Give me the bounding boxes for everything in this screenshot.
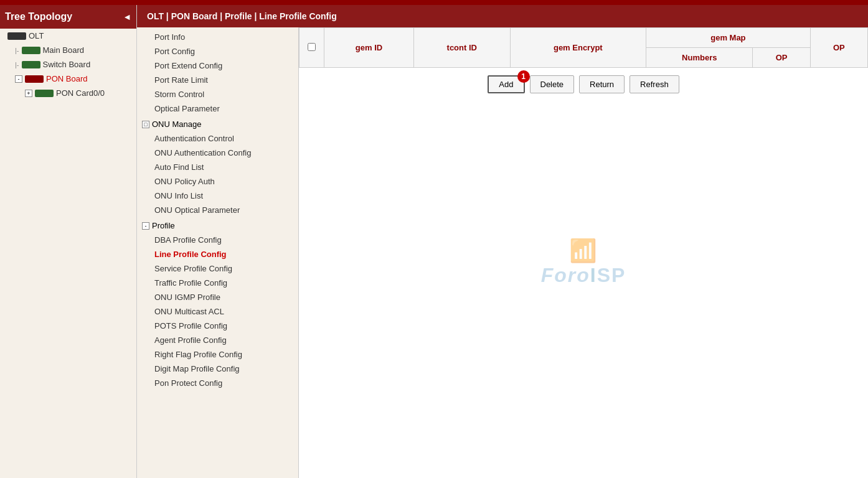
nav-item-onu-policy-auth[interactable]: ONU Policy Auth [137, 174, 298, 189]
olt-label: OLT [29, 31, 44, 40]
onu-manage-collapse[interactable]: □ [142, 121, 149, 128]
table-area: gem ID tcont ID gem Encrypt gem Map OP N… [299, 27, 868, 478]
col-gem-encrypt: gem Encrypt [510, 28, 646, 68]
switchboard-icon [22, 61, 40, 68]
sidebar: Tree Topology ◄ OLT |- Main Board |- Swi… [0, 5, 137, 478]
poncard-icon [35, 90, 54, 97]
nav-item-pots-profile[interactable]: POTS Profile Config [137, 319, 298, 333]
poncard-collapse[interactable]: + [25, 90, 32, 97]
watermark-wifi-icon: 📶 [569, 238, 597, 264]
nav-item-port-config[interactable]: Port Config [137, 44, 298, 59]
sidebar-header[interactable]: Tree Topology ◄ [0, 5, 136, 29]
button-row: Add 1 Delete Return Refresh [299, 68, 868, 101]
nav-item-onu-auth-config[interactable]: ONU Authentication Config [137, 146, 298, 160]
add-button-label: Add [499, 80, 513, 89]
onu-manage-header[interactable]: □ ONU Manage [137, 117, 298, 131]
add-button[interactable]: Add 1 [488, 75, 524, 93]
olt-icon [7, 32, 26, 40]
nav-item-onu-info-list[interactable]: ONU Info List [137, 189, 298, 203]
nav-section-profile: - Profile DBA Profile Config Line Profil… [137, 218, 298, 390]
top-bar [0, 0, 868, 5]
col-gem-map: gem Map [646, 28, 811, 48]
nav-item-port-extend-config[interactable]: Port Extend Config [137, 59, 298, 73]
nav-section-onu-manage: □ ONU Manage Authentication Control ONU … [137, 117, 298, 217]
content-body: Port Info Port Config Port Extend Config… [137, 27, 868, 478]
nav-panel: Port Info Port Config Port Extend Config… [137, 27, 299, 478]
return-button[interactable]: Return [579, 75, 625, 93]
col-numbers: Numbers [646, 48, 753, 68]
watermark: 📶 ForoISP [541, 238, 626, 287]
nav-item-traffic-profile[interactable]: Traffic Profile Config [137, 276, 298, 290]
delete-button[interactable]: Delete [530, 75, 575, 93]
sidebar-toggle-icon[interactable]: ◄ [123, 12, 131, 22]
nav-item-auto-find-list[interactable]: Auto Find List [137, 160, 298, 174]
table-header-row1: gem ID tcont ID gem Encrypt gem Map OP [300, 28, 868, 48]
nav-item-port-rate-limit[interactable]: Port Rate Limit [137, 73, 298, 87]
main-table: gem ID tcont ID gem Encrypt gem Map OP N… [299, 27, 868, 68]
nav-item-onu-multicast-acl[interactable]: ONU Multicast ACL [137, 304, 298, 319]
tree-item-mainboard[interactable]: |- Main Board [0, 43, 136, 57]
onu-manage-label: ONU Manage [152, 120, 201, 129]
profile-label: Profile [152, 221, 175, 230]
nav-item-service-profile[interactable]: Service Profile Config [137, 261, 298, 276]
poncard-label: PON Card0/0 [56, 88, 105, 98]
breadcrumb: OLT | PON Board | Profile | Line Profile… [137, 5, 868, 27]
profile-header[interactable]: - Profile [137, 218, 298, 233]
watermark-text: ForoISP [541, 264, 626, 287]
col-tcont-id: tcont ID [413, 28, 510, 68]
profile-collapse[interactable]: - [142, 222, 149, 230]
delete-button-label: Delete [540, 80, 564, 89]
refresh-button[interactable]: Refresh [630, 75, 679, 93]
content-area: OLT | PON Board | Profile | Line Profile… [137, 5, 868, 478]
nav-item-digit-map-profile[interactable]: Digit Map Profile Config [137, 362, 298, 376]
select-all-checkbox[interactable] [308, 43, 316, 51]
sidebar-title: Tree Topology [5, 11, 72, 22]
nav-item-agent-profile[interactable]: Agent Profile Config [137, 333, 298, 347]
tree-item-poncard[interactable]: + PON Card0/0 [0, 86, 136, 100]
col-gem-map-op: OP [753, 48, 810, 68]
col-gem-id: gem ID [324, 28, 414, 68]
nav-item-pon-protect[interactable]: Pon Protect Config [137, 376, 298, 390]
return-button-label: Return [590, 80, 614, 89]
switchboard-label: Switch Board [43, 60, 91, 69]
ponboard-label: PON Board [46, 74, 87, 83]
nav-item-line-profile[interactable]: Line Profile Config [137, 247, 298, 261]
nav-item-storm-control[interactable]: Storm Control [137, 87, 298, 101]
nav-item-port-info[interactable]: Port Info [137, 30, 298, 44]
nav-section-port: Port Info Port Config Port Extend Config… [137, 30, 298, 116]
tree-item-ponboard[interactable]: - PON Board [0, 72, 136, 86]
nav-item-onu-igmp-profile[interactable]: ONU IGMP Profile [137, 290, 298, 304]
col-checkbox [300, 28, 324, 68]
add-badge: 1 [517, 70, 530, 83]
ponboard-icon [25, 75, 44, 83]
col-op: OP [810, 28, 867, 68]
main-layout: Tree Topology ◄ OLT |- Main Board |- Swi… [0, 5, 868, 478]
ponboard-collapse[interactable]: - [15, 75, 22, 83]
nav-item-right-flag-profile[interactable]: Right Flag Profile Config [137, 347, 298, 362]
nav-item-auth-control[interactable]: Authentication Control [137, 131, 298, 146]
mainboard-label: Main Board [43, 45, 84, 55]
breadcrumb-text: OLT | PON Board | Profile | Line Profile… [147, 11, 337, 21]
nav-item-optical-parameter[interactable]: Optical Parameter [137, 101, 298, 116]
nav-item-onu-optical-param[interactable]: ONU Optical Parameter [137, 203, 298, 217]
refresh-button-label: Refresh [640, 80, 669, 89]
tree-item-switchboard[interactable]: |- Switch Board [0, 57, 136, 72]
tree-item-olt[interactable]: OLT [0, 29, 136, 43]
mainboard-icon [22, 47, 40, 54]
nav-item-dba-profile[interactable]: DBA Profile Config [137, 233, 298, 247]
